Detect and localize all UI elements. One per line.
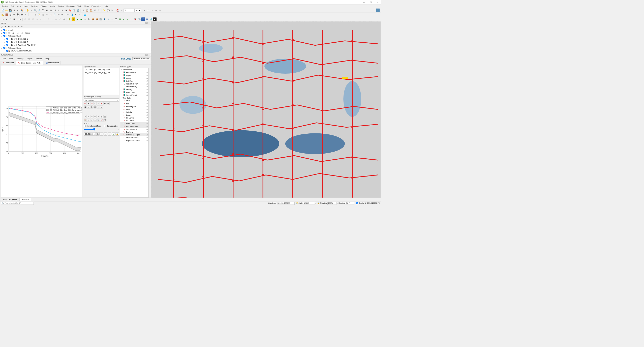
rt-item-0-7[interactable]: Water Level↑↓ ⇅ [120,91,148,94]
mop-btn-8-icon[interactable]: ▦ [107,102,110,105]
snap-tolerance-input[interactable] [124,9,134,12]
plugin-arr-icon[interactable]: ARR [141,17,145,21]
identify-icon[interactable]: ℹ [82,8,85,12]
rt-arrows-icon[interactable]: ↑↓ ⇅ [146,75,148,76]
mop2-btn-3-icon[interactable]: ⊞ [90,105,93,108]
zoom-next-icon[interactable]: ↷ [61,8,64,12]
layers-collapse-icon[interactable]: ≪ [17,25,20,28]
nav-btn-7-icon[interactable]: ▥ [103,115,106,118]
layer-row-2[interactable]: ▾ 📄 PixBrook_299.ecf [0,35,151,38]
rt-arrows-icon[interactable]: ↑↓ ⇅ [146,86,148,88]
adv-digitize-10-icon[interactable]: ⬡ [58,17,62,21]
menu-edit[interactable]: Edit [10,5,15,8]
rt-item-0-0[interactable]: Bed Elevation↑↓ ⇅ [120,71,148,74]
mop2-btn-2-icon[interactable]: ▾ [87,105,90,108]
pan-to-selection-icon[interactable]: ⤢ [30,8,33,12]
menu-vector[interactable]: Vector [49,5,56,8]
tab-cross-section[interactable]: Cross Section / Long Profile [16,61,43,65]
rt-arrows-icon[interactable]: ↑↓ ⇅ [146,126,148,127]
rt-arrows-icon[interactable]: ↑↓ ⇅ [146,137,148,138]
layers-add-group-icon[interactable]: ▾ [4,25,7,28]
undo-icon[interactable]: ↶ [57,13,60,16]
layer-twisty-icon[interactable]: ▸ [4,41,5,43]
show-current-time-checkbox[interactable] [84,125,86,127]
menu-database[interactable]: Database [65,5,76,8]
rt-item-0-2[interactable]: Energy↑↓ ⇅ [120,77,148,79]
layer-twisty-icon[interactable]: ▸ [1,32,2,34]
rt-item-1-9[interactable]: Max Water Level↑↓ ⇅ [120,125,148,128]
mop2-btn-1-icon[interactable]: ▣ [84,105,87,108]
redo-icon[interactable]: ↷ [61,13,64,16]
result-item-1[interactable]: SS_AWSLg1_01hr_Exg_299 [84,71,119,74]
save-project-icon[interactable]: 💾 [9,8,12,12]
layer-row-7[interactable]: ▢ 2d_rf_PB_Letchworth_251 [0,49,151,52]
rt-item-1-4[interactable]: Velocity↑↓ ⇅ [120,111,148,113]
zoom-selection-icon[interactable]: ▣ [45,8,49,12]
rt-item-0-6[interactable]: Velocity↑↓ ⇅ [120,88,148,91]
tuflow-undock-icon[interactable]: ◱ [145,54,147,56]
adv-digitize-8-icon[interactable]: ◁ [51,17,54,21]
zoom-last-icon[interactable]: ↶ [57,8,60,12]
menu-help[interactable]: Help [103,5,109,8]
layer-twisty-icon[interactable]: ▾ [1,29,2,31]
plugin-7-icon[interactable]: 📦 [95,17,98,21]
add-mesh-icon[interactable]: ▨ [9,13,12,16]
rt-item-1-3[interactable]: Flow↑↓ ⇅ [120,108,148,111]
mop-btn-2-icon[interactable]: ▾ [87,102,90,105]
tuflow-menu-export[interactable]: Export [25,57,34,60]
menu-processing[interactable]: Processing [90,5,102,8]
vertex-tool-icon[interactable]: ◆ [34,13,37,16]
bottom-tab-tuflow[interactable]: TUFLOW Viewer [1,198,20,201]
layout-manager-icon[interactable]: 🗂 [16,8,20,12]
menu-settings[interactable]: Settings [30,5,39,8]
save-edits-icon[interactable]: 💾 [16,13,20,16]
plugin-5-icon[interactable]: ↻ [87,17,91,21]
move-feature-icon[interactable]: ↔ [30,13,33,16]
digitize-icon[interactable]: ✎ [24,13,28,16]
tuflow-menu-help[interactable]: Help [44,57,51,60]
rt-arrows-icon[interactable]: ↑↓ ⇅ [146,109,148,110]
rt-arrows-icon[interactable]: ↑↓ ⇅ [146,120,148,121]
layer-row-4[interactable]: ▸ • 1d_nwk_Smith_022_P [0,41,151,44]
self-snap-icon[interactable]: ⇄ [154,8,158,12]
more-tools-icon[interactable]: » [78,13,81,16]
snapping-icon[interactable]: ⎌ [120,8,123,12]
rt-arrows-icon[interactable]: ↑↓ ⇅ [146,72,148,73]
layer-checkbox[interactable] [3,29,5,31]
menu-mesh[interactable]: Mesh [83,5,90,8]
nav-btn-6-icon[interactable]: ▤ [100,115,103,118]
pan-icon[interactable]: ✋ [26,8,29,12]
tuflow-menu-view[interactable]: View [8,57,15,60]
rt-twisty-icon[interactable]: ▾ [121,97,122,99]
layer-twisty-icon[interactable]: ▾ [1,47,2,49]
coord-input[interactable] [277,202,295,205]
notification-icon[interactable]: ℹ [376,8,380,12]
add-vector-icon[interactable]: 📐 [1,13,5,16]
plugin-16-icon[interactable]: ✓ [130,17,133,21]
rt-item-1-11[interactable]: Bed Level↑↓ ⇅ [120,131,148,133]
tuflow-menu-settings[interactable]: Settings [15,57,25,60]
layer-checkbox[interactable] [3,32,5,34]
menu-web[interactable]: Web [76,5,82,8]
nav-btn-4-icon[interactable]: ⊡ [94,115,97,118]
plugin-6-icon[interactable]: 📦 [91,17,95,21]
render-checkbox[interactable] [356,202,358,205]
rt-arrows-icon[interactable]: ↑↓ ⇅ [146,80,148,82]
plugin-1-icon[interactable]: ▦ [72,17,75,21]
measure-icon[interactable]: 📏 [103,8,106,12]
field-calculator-icon[interactable]: 🧮 [89,8,93,12]
nav-btn-3-icon[interactable]: ⊟ [90,115,93,118]
adv-digitize-5-icon[interactable]: ○ [39,17,43,21]
layer-checkbox[interactable] [3,47,5,49]
tuflow-menu-results[interactable]: Results [34,57,44,60]
nav-btn-2-icon[interactable]: ⊞ [87,115,90,118]
refresh-icon[interactable]: 🔄 [76,8,80,12]
tab-vertical-profile[interactable]: Vertical Profile [44,61,61,65]
plugin-11-icon[interactable]: ✦ [110,17,114,21]
tab-time-series[interactable]: Time Series [1,61,16,65]
play-button[interactable]: ▶ [112,132,115,136]
rt-arrows-icon[interactable]: ↑↓ ⇅ [146,128,148,130]
layer-checkbox[interactable] [3,35,5,37]
adv-digitize-2-icon[interactable]: ⊟ [27,17,31,21]
rt-item-0-5[interactable]: ↘Vector Velocity↑↓ ⇅ [120,85,148,88]
